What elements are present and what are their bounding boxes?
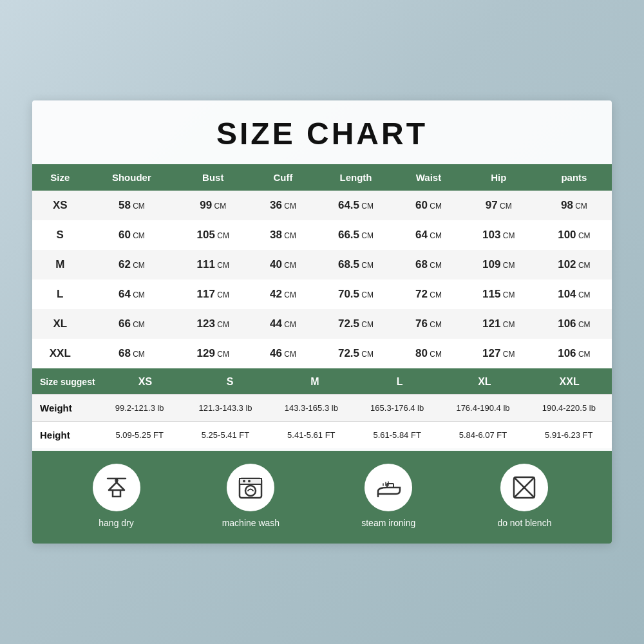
cell-cuff: 38 CM — [251, 220, 315, 250]
machine-wash-icon — [227, 464, 274, 511]
weight-label: Weight — [32, 402, 97, 413]
height-value: 5.25-5.41 FT — [182, 430, 268, 440]
care-section: hang dry machine wash steam ironing do n… — [32, 451, 612, 544]
table-row: XL66 CM123 CM44 CM72.5 CM76 CM121 CM106 … — [32, 309, 612, 339]
weight-row: Weight 99.2-121.3 lb121.3-143.3 lb143.3-… — [32, 394, 612, 421]
size-chart-container: SIZE CHART Size Shouder Bust Cuff Length… — [32, 100, 612, 544]
cell-waist: 72 CM — [396, 279, 460, 309]
cell-cuff: 46 CM — [251, 339, 315, 368]
cell-pants: 100 CM — [536, 220, 612, 250]
cell-waist: 60 CM — [396, 191, 460, 220]
suggest-size-value: M — [272, 370, 357, 394]
cell-hip: 109 CM — [461, 250, 536, 279]
cell-length: 68.5 CM — [316, 250, 396, 279]
weight-value: 99.2-121.3 lb — [97, 403, 182, 413]
cell-waist: 76 CM — [396, 309, 460, 339]
cell-cuff: 40 CM — [251, 250, 315, 279]
cell-size: XL — [32, 309, 88, 339]
cell-hip: 103 CM — [461, 220, 536, 250]
table-row: S60 CM105 CM38 CM66.5 CM64 CM103 CM100 C… — [32, 220, 612, 250]
table-row: M62 CM111 CM40 CM68.5 CM68 CM109 CM102 C… — [32, 250, 612, 279]
size-table: Size Shouder Bust Cuff Length Waist Hip … — [32, 164, 612, 368]
suggest-row: Size suggest XSSMLXLXXL — [32, 370, 612, 394]
care-label: hang dry — [99, 518, 133, 528]
height-values: 5.09-5.25 FT5.25-5.41 FT5.41-5.61 FT5.61… — [97, 430, 612, 440]
steam-ironing-icon — [365, 464, 412, 511]
cell-bust: 123 CM — [175, 309, 251, 339]
cell-length: 72.5 CM — [316, 309, 396, 339]
col-waist: Waist — [396, 164, 460, 191]
cell-waist: 64 CM — [396, 220, 460, 250]
col-hip: Hip — [461, 164, 536, 191]
do-not-blench-icon — [500, 464, 548, 511]
cell-shoulder: 66 CM — [88, 309, 176, 339]
weight-value: 121.3-143.3 lb — [182, 403, 268, 413]
table-row: XXL68 CM129 CM46 CM72.5 CM80 CM127 CM106… — [32, 339, 612, 368]
cell-size: XXL — [32, 339, 88, 368]
care-item: do not blench — [497, 464, 551, 528]
care-item: steam ironing — [361, 464, 415, 528]
cell-waist: 68 CM — [396, 250, 460, 279]
suggest-size-value: XS — [103, 370, 188, 394]
suggest-values: XSSMLXLXXL — [103, 370, 612, 394]
suggest-size-value: XL — [442, 370, 527, 394]
col-cuff: Cuff — [251, 164, 315, 191]
height-value: 5.61-5.84 FT — [354, 430, 440, 440]
cell-hip: 115 CM — [461, 279, 536, 309]
table-row: XS58 CM99 CM36 CM64.5 CM60 CM97 CM98 CM — [32, 191, 612, 220]
weight-value: 190.4-220.5 lb — [526, 403, 612, 413]
page-title: SIZE CHART — [32, 100, 612, 164]
cell-bust: 99 CM — [175, 191, 251, 220]
cell-size: S — [32, 220, 88, 250]
cell-shoulder: 62 CM — [88, 250, 176, 279]
cell-length: 72.5 CM — [316, 339, 396, 368]
care-label: machine wash — [222, 518, 280, 528]
cell-length: 70.5 CM — [316, 279, 396, 309]
cell-hip: 127 CM — [461, 339, 536, 368]
suggest-section: Size suggest XSSMLXLXXL — [32, 368, 612, 394]
suggest-size-value: S — [187, 370, 272, 394]
cell-shoulder: 64 CM — [88, 279, 176, 309]
cell-hip: 97 CM — [461, 191, 536, 220]
cell-shoulder: 60 CM — [88, 220, 176, 250]
cell-pants: 106 CM — [536, 309, 612, 339]
height-row: Height 5.09-5.25 FT5.25-5.41 FT5.41-5.61… — [32, 421, 612, 448]
cell-pants: 98 CM — [536, 191, 612, 220]
col-bust: Bust — [175, 164, 251, 191]
cell-size: XS — [32, 191, 88, 220]
cell-cuff: 42 CM — [251, 279, 315, 309]
suggest-label: Size suggest — [32, 370, 103, 394]
height-value: 5.91-6.23 FT — [526, 430, 612, 440]
height-value: 5.84-6.07 FT — [440, 430, 526, 440]
cell-waist: 80 CM — [396, 339, 460, 368]
suggest-size-value: XXL — [527, 370, 612, 394]
cell-bust: 111 CM — [175, 250, 251, 279]
cell-shoulder: 68 CM — [88, 339, 176, 368]
table-header-row: Size Shouder Bust Cuff Length Waist Hip … — [32, 164, 612, 191]
cell-bust: 105 CM — [175, 220, 251, 250]
col-length: Length — [316, 164, 396, 191]
cell-length: 64.5 CM — [316, 191, 396, 220]
care-item: machine wash — [222, 464, 280, 528]
cell-length: 66.5 CM — [316, 220, 396, 250]
cell-size: M — [32, 250, 88, 279]
cell-hip: 121 CM — [461, 309, 536, 339]
weight-value: 143.3-165.3 lb — [269, 403, 354, 413]
height-label: Height — [32, 430, 97, 440]
cell-size: L — [32, 279, 88, 309]
cell-pants: 104 CM — [536, 279, 612, 309]
col-pants: pants — [536, 164, 612, 191]
cell-cuff: 44 CM — [251, 309, 315, 339]
cell-shoulder: 58 CM — [88, 191, 176, 220]
weight-value: 165.3-176.4 lb — [354, 403, 440, 413]
cell-bust: 117 CM — [175, 279, 251, 309]
cell-pants: 102 CM — [536, 250, 612, 279]
svg-point-7 — [245, 486, 256, 496]
weight-value: 176.4-190.4 lb — [440, 403, 526, 413]
care-item: hang dry — [93, 464, 140, 528]
hang-dry-icon — [93, 464, 140, 511]
height-value: 5.41-5.61 FT — [269, 430, 354, 440]
cell-bust: 129 CM — [175, 339, 251, 368]
care-label: steam ironing — [361, 518, 415, 528]
suggest-size-value: L — [357, 370, 442, 394]
